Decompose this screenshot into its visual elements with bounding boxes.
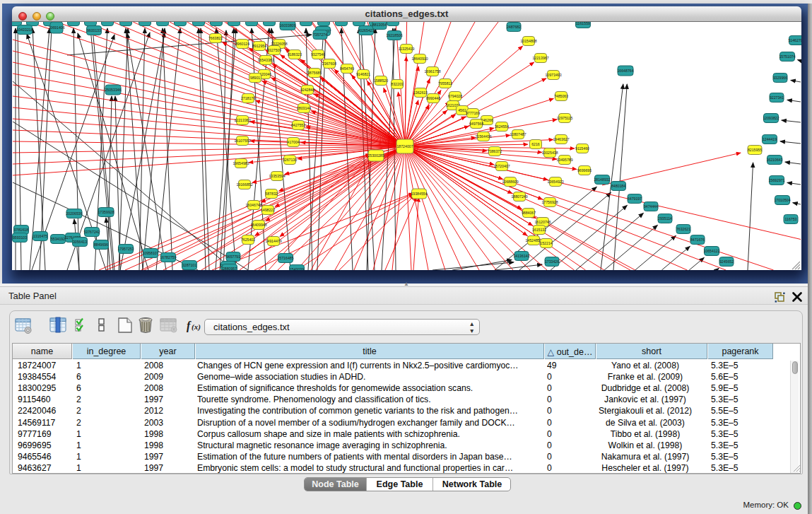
svg-text:19166852: 19166852	[236, 182, 252, 187]
svg-text:8427552: 8427552	[291, 123, 305, 127]
svg-text:10025438: 10025438	[541, 151, 558, 155]
svg-text:9327546: 9327546	[311, 52, 325, 57]
svg-text:1161559: 1161559	[576, 22, 590, 25]
svg-text:25300285: 25300285	[367, 153, 384, 158]
svg-text:8912954: 8912954	[252, 44, 266, 48]
svg-text:10958107: 10958107	[142, 251, 158, 255]
svg-text:9245652: 9245652	[719, 259, 734, 264]
svg-text:13654923: 13654923	[547, 180, 563, 184]
svg-text:417004: 417004	[287, 140, 299, 144]
svg-text:7632621: 7632621	[676, 227, 690, 231]
svg-text:15716485: 15716485	[277, 256, 293, 260]
svg-text:17756928: 17756928	[541, 200, 558, 204]
svg-text:6216: 6216	[531, 142, 540, 146]
svg-text:7386372: 7386372	[488, 149, 502, 153]
svg-text:14136141: 14136141	[513, 254, 529, 258]
svg-text:9329966: 9329966	[773, 76, 787, 80]
svg-text:25053346: 25053346	[105, 88, 121, 92]
svg-text:7625402: 7625402	[241, 238, 255, 242]
svg-text:17359928: 17359928	[98, 210, 114, 214]
svg-text:98901: 98901	[250, 76, 261, 80]
svg-text:10688609: 10688609	[502, 180, 518, 184]
svg-text:18807249: 18807249	[511, 194, 527, 199]
svg-text:17010504: 17010504	[774, 198, 790, 202]
svg-text:16210643: 16210643	[766, 158, 782, 162]
svg-text:19218506: 19218506	[386, 33, 402, 37]
svg-text:9657791: 9657791	[226, 255, 240, 259]
svg-text:1615132: 1615132	[532, 228, 546, 232]
svg-text:13495789: 13495789	[556, 158, 572, 162]
svg-text:1498222: 1498222	[261, 208, 275, 212]
svg-text:11325419: 11325419	[399, 47, 415, 51]
svg-text:8480184: 8480184	[611, 184, 625, 188]
svg-text:28148932: 28148932	[594, 177, 610, 182]
svg-text:15692971: 15692971	[768, 178, 784, 182]
svg-text:6794028: 6794028	[448, 94, 462, 98]
svg-text:1244419: 1244419	[763, 137, 777, 141]
svg-text:1733426: 1733426	[545, 259, 559, 264]
svg-text:2367608: 2367608	[322, 62, 336, 66]
svg-text:17957253: 17957253	[117, 247, 134, 251]
svg-text:13226058: 13226058	[271, 42, 287, 46]
svg-text:9600133: 9600133	[87, 28, 101, 33]
svg-text:40265423: 40265423	[358, 28, 374, 33]
svg-text:587832: 587832	[265, 192, 277, 196]
svg-text:16409948: 16409948	[250, 223, 266, 227]
svg-text:13353594: 13353594	[269, 174, 285, 178]
svg-text:16046748: 16046748	[245, 203, 261, 207]
svg-text:152214: 152214	[540, 241, 552, 245]
svg-text:20206536: 20206536	[66, 211, 82, 216]
svg-text:8960124: 8960124	[235, 42, 249, 46]
svg-text:14524851: 14524851	[525, 238, 541, 243]
svg-text:116753: 116753	[785, 217, 797, 221]
svg-text:9884067: 9884067	[522, 211, 536, 215]
svg-text:1362615: 1362615	[413, 90, 428, 95]
svg-text:16543382: 16543382	[257, 58, 273, 62]
svg-text:7357274: 7357274	[313, 33, 327, 37]
svg-text:9146821: 9146821	[356, 72, 370, 76]
svg-text:2803144: 2803144	[297, 106, 311, 110]
svg-text:16648764: 16648764	[617, 69, 633, 73]
svg-text:9227341: 9227341	[770, 95, 784, 100]
svg-text:19463627: 19463627	[553, 137, 569, 141]
svg-text:2487682: 2487682	[507, 25, 521, 29]
svg-text:18724007: 18724007	[396, 144, 413, 148]
svg-text:3267130: 3267130	[283, 158, 297, 162]
svg-text:3875685: 3875685	[307, 71, 322, 75]
svg-text:9699695: 9699695	[577, 168, 592, 173]
svg-text:9474444: 9474444	[644, 204, 658, 209]
svg-text:8813054: 8813054	[372, 23, 387, 27]
svg-text:9777169: 9777169	[466, 111, 480, 115]
svg-text:10807487: 10807487	[510, 132, 526, 136]
svg-text:8186323: 8186323	[288, 52, 302, 57]
svg-text:7955812: 7955812	[438, 81, 452, 86]
svg-text:20691406: 20691406	[48, 25, 64, 30]
svg-text:15751074: 15751074	[779, 54, 795, 59]
svg-text:10433218: 10433218	[16, 28, 33, 32]
svg-text:12213967: 12213967	[532, 56, 548, 60]
svg-text:832203: 832203	[391, 82, 403, 86]
svg-text:7485063: 7485063	[554, 94, 568, 98]
svg-text:51462704: 51462704	[788, 38, 801, 42]
svg-text:2880957: 2880957	[223, 267, 237, 270]
svg-text:10154808: 10154808	[520, 39, 536, 43]
svg-text:18640910: 18640910	[411, 57, 428, 61]
svg-text:9327509: 9327509	[267, 48, 281, 52]
svg-text:0781618: 0781618	[14, 228, 28, 232]
svg-text:f: f	[187, 320, 192, 332]
svg-text:3624554: 3624554	[495, 124, 509, 129]
svg-text:9242848: 9242848	[300, 88, 314, 92]
svg-text:8454749: 8454749	[340, 66, 354, 71]
svg-text:8990448: 8990448	[426, 96, 440, 100]
svg-text:6497568: 6497568	[469, 122, 483, 126]
svg-text:10654122: 10654122	[703, 249, 719, 253]
svg-text:15720407: 15720407	[493, 164, 510, 168]
svg-text:(x): (x)	[192, 322, 201, 332]
svg-text:8215955: 8215955	[748, 148, 762, 152]
svg-text:6479197: 6479197	[628, 197, 642, 201]
svg-text:12975115: 12975115	[557, 116, 573, 120]
svg-text:16782759: 16782759	[160, 255, 176, 259]
svg-text:8849696: 8849696	[94, 243, 108, 247]
svg-text:19384554: 19384554	[411, 192, 427, 196]
svg-text:5534192: 5534192	[51, 237, 65, 241]
